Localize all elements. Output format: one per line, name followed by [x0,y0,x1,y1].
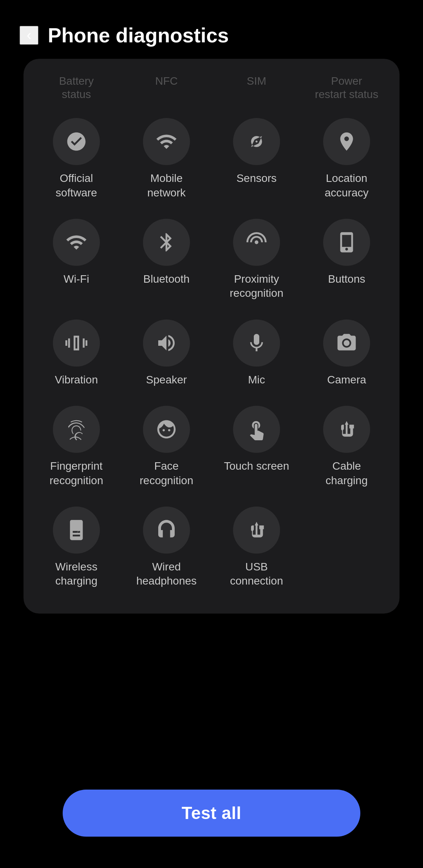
page-title: Phone diagnostics [48,24,229,47]
cable-charging-label: Cablecharging [325,459,367,488]
faded-battery-status: Batterystatus [31,71,121,105]
mic-label: Mic [248,373,265,387]
grid-item-mic[interactable]: Mic [212,310,302,396]
location-icon [323,118,370,165]
faded-sim: SIM [212,71,302,105]
wired-headphones-icon [143,507,190,554]
usb-connection-icon [233,507,280,554]
camera-icon [323,320,370,367]
speaker-label: Speaker [146,373,187,387]
proximity-recognition-label: Proximityrecognition [230,272,284,301]
grid-item-speaker[interactable]: Speaker [121,310,212,396]
grid-item-location-accuracy[interactable]: Locationaccuracy [302,109,392,209]
back-icon: ‹ [27,28,31,42]
wifi-icon [53,219,100,266]
back-button[interactable]: ‹ [20,26,38,45]
usb-connection-label: USBconnection [230,560,283,588]
grid-item-vibration[interactable]: Vibration [31,310,121,396]
grid-item-proximity-recognition[interactable]: Proximityrecognition [212,209,302,310]
faded-power-restart-status: Powerrestart status [302,71,392,105]
camera-label: Camera [327,373,366,387]
faded-row: Batterystatus NFC SIM Powerrestart statu… [31,71,392,105]
diagnostics-card: Batterystatus NFC SIM Powerrestart statu… [24,59,400,614]
vibration-label: Vibration [55,373,98,387]
sensors-icon [233,118,280,165]
mic-icon [233,320,280,367]
grid-item-cable-charging[interactable]: Cablecharging [302,396,392,497]
grid-item-bluetooth[interactable]: Bluetooth [121,209,212,310]
grid-item-fingerprint-recognition[interactable]: Fingerprintrecognition [31,396,121,497]
grid-item-wired-headphones[interactable]: Wiredheadphones [121,497,212,598]
mobile-network-icon [143,118,190,165]
grid-item-sensors[interactable]: Sensors [212,109,302,209]
header: ‹ Phone diagnostics [0,0,423,55]
touch-screen-icon [233,406,280,453]
fingerprint-icon [53,406,100,453]
grid-item-buttons[interactable]: Buttons [302,209,392,310]
face-recognition-icon [143,406,190,453]
bottom-area: Test all [0,614,423,868]
location-accuracy-label: Locationaccuracy [325,171,369,200]
grid-item-usb-connection[interactable]: USBconnection [212,497,302,598]
bluetooth-icon [143,219,190,266]
wireless-charging-label: Wirelesscharging [55,560,97,588]
vibration-icon [53,320,100,367]
wireless-charging-icon [53,507,100,554]
grid-item-wireless-charging[interactable]: Wirelesscharging [31,497,121,598]
wifi-label: Wi-Fi [63,272,89,286]
test-all-button[interactable]: Test all [63,790,360,837]
buttons-label: Buttons [328,272,365,286]
wired-headphones-label: Wiredheadphones [136,560,197,588]
proximity-icon [233,219,280,266]
touch-screen-label: Touch screen [224,459,289,473]
grid-item-face-recognition[interactable]: Facerecognition [121,396,212,497]
fingerprint-recognition-label: Fingerprintrecognition [50,459,103,488]
mobile-network-label: Mobilenetwork [147,171,186,200]
bluetooth-label: Bluetooth [143,272,190,286]
diagnostics-grid: Officialsoftware Mobilenetwork Sensors L… [31,109,392,598]
grid-item-mobile-network[interactable]: Mobilenetwork [121,109,212,209]
speaker-icon [143,320,190,367]
official-software-icon [53,118,100,165]
faded-nfc: NFC [121,71,212,105]
grid-item-official-software[interactable]: Officialsoftware [31,109,121,209]
grid-item-touch-screen[interactable]: Touch screen [212,396,302,497]
grid-item-wifi[interactable]: Wi-Fi [31,209,121,310]
face-recognition-label: Facerecognition [140,459,193,488]
official-software-label: Officialsoftware [56,171,97,200]
grid-item-camera[interactable]: Camera [302,310,392,396]
sensors-label: Sensors [237,171,277,185]
cable-charging-icon [323,406,370,453]
buttons-icon [323,219,370,266]
